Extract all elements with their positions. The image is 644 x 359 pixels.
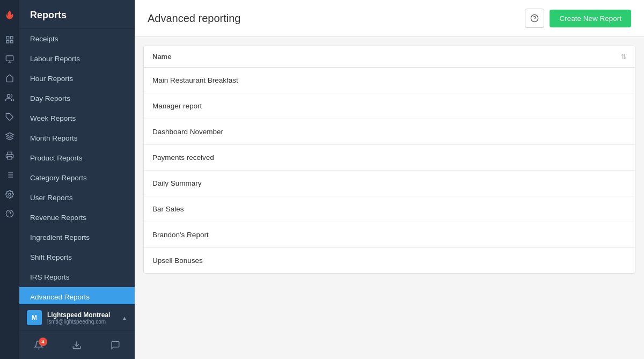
sidebar-nav: Receipts Labour Reports Hour Reports Day… bbox=[19, 29, 135, 304]
help-button[interactable] bbox=[525, 9, 544, 28]
row-name: Upsell Bonuses bbox=[152, 257, 626, 265]
sidebar-item-day-reports[interactable]: Day Reports bbox=[19, 89, 135, 108]
sidebar-item-irs-reports[interactable]: IRS Reports bbox=[19, 267, 135, 287]
svg-rect-3 bbox=[10, 40, 13, 43]
row-name: Main Restaurant Breakfast bbox=[152, 76, 626, 84]
icon-bar-reports[interactable] bbox=[0, 165, 19, 185]
sidebar-item-advanced-reports[interactable]: Advanced Reports bbox=[19, 287, 135, 304]
table-row[interactable]: Brandon's Report bbox=[144, 222, 635, 248]
svg-rect-1 bbox=[10, 36, 13, 39]
table-row[interactable]: Payments received bbox=[144, 145, 635, 171]
chat-icon[interactable] bbox=[105, 335, 126, 355]
sidebar-item-category-reports[interactable]: Category Reports bbox=[19, 168, 135, 188]
footer-user-email: lsmtl@lightspeedhq.com bbox=[47, 319, 116, 325]
column-header-name: Name bbox=[152, 53, 621, 61]
row-name: Manager report bbox=[152, 102, 626, 110]
row-name: Payments received bbox=[152, 153, 626, 162]
svg-rect-0 bbox=[6, 36, 9, 39]
svg-rect-4 bbox=[6, 56, 13, 61]
table-header: Name ⇅ bbox=[144, 46, 635, 68]
row-name: Brandon's Report bbox=[152, 231, 626, 239]
icon-bar-help[interactable] bbox=[0, 204, 19, 223]
sidebar-item-product-reports[interactable]: Product Reports bbox=[19, 148, 135, 168]
table-row[interactable]: Main Restaurant Breakfast bbox=[144, 68, 635, 93]
main-content: Name ⇅ Main Restaurant Breakfast Manager… bbox=[135, 37, 644, 359]
page-title: Advanced reporting bbox=[148, 12, 240, 25]
sidebar-title: Reports bbox=[19, 0, 135, 29]
footer-user-name: Lightspeed Montreal bbox=[47, 311, 116, 319]
table-row[interactable]: Manager report bbox=[144, 93, 635, 119]
icon-bar-users[interactable] bbox=[0, 88, 19, 107]
main-content-area: Advanced reporting Create New Report Nam… bbox=[135, 0, 644, 359]
table-row[interactable]: Daily Summary bbox=[144, 171, 635, 196]
main-header: Advanced reporting Create New Report bbox=[135, 0, 644, 37]
sort-icon[interactable]: ⇅ bbox=[621, 53, 626, 61]
footer-user-info: Lightspeed Montreal lsmtl@lightspeedhq.c… bbox=[47, 311, 116, 325]
sidebar-item-ingredient-reports[interactable]: Ingredient Reports bbox=[19, 228, 135, 247]
create-new-report-button[interactable]: Create New Report bbox=[550, 10, 631, 27]
sidebar-item-revenue-reports[interactable]: Revenue Reports bbox=[19, 208, 135, 228]
icon-bar-print[interactable] bbox=[0, 146, 19, 165]
icon-bar-settings[interactable] bbox=[0, 185, 19, 204]
table-row[interactable]: Upsell Bonuses bbox=[144, 248, 635, 273]
sidebar: Reports Receipts Labour Reports Hour Rep… bbox=[19, 0, 135, 359]
reports-table: Name ⇅ Main Restaurant Breakfast Manager… bbox=[143, 46, 635, 274]
sidebar-item-receipts[interactable]: Receipts bbox=[19, 29, 135, 49]
row-name: Bar Sales bbox=[152, 205, 626, 213]
table-row[interactable]: Dashboard November bbox=[144, 119, 635, 145]
table-row[interactable]: Bar Sales bbox=[144, 196, 635, 222]
svg-point-17 bbox=[9, 193, 11, 195]
icon-bar-layers[interactable] bbox=[0, 127, 19, 146]
sidebar-item-week-reports[interactable]: Week Reports bbox=[19, 108, 135, 128]
notification-badge: 4 bbox=[39, 338, 47, 346]
download-icon[interactable] bbox=[66, 335, 87, 355]
sidebar-item-labour-reports[interactable]: Labour Reports bbox=[19, 49, 135, 69]
avatar: M bbox=[27, 310, 42, 325]
row-name: Daily Summary bbox=[152, 179, 626, 187]
svg-marker-9 bbox=[6, 133, 13, 136]
header-actions: Create New Report bbox=[525, 9, 631, 28]
svg-point-7 bbox=[7, 94, 10, 97]
sidebar-footer[interactable]: M Lightspeed Montreal lsmtl@lightspeedhq… bbox=[19, 304, 135, 331]
sidebar-item-shift-reports[interactable]: Shift Reports bbox=[19, 247, 135, 267]
sidebar-item-hour-reports[interactable]: Hour Reports bbox=[19, 69, 135, 89]
icon-bar-grid[interactable] bbox=[0, 30, 19, 49]
sidebar-item-user-reports[interactable]: User Reports bbox=[19, 188, 135, 208]
icon-bar-home[interactable] bbox=[0, 69, 19, 88]
sidebar-item-month-reports[interactable]: Month Reports bbox=[19, 128, 135, 148]
app-logo-icon[interactable] bbox=[0, 4, 19, 26]
row-name: Dashboard November bbox=[152, 128, 626, 136]
svg-rect-10 bbox=[8, 156, 12, 159]
sidebar-bottom-bar: 4 bbox=[19, 331, 135, 359]
svg-rect-2 bbox=[6, 40, 9, 43]
icon-bar-pos[interactable] bbox=[0, 49, 19, 69]
icon-bar bbox=[0, 0, 19, 359]
notification-icon[interactable]: 4 bbox=[28, 335, 49, 355]
footer-chevron-icon: ▲ bbox=[122, 315, 127, 321]
icon-bar-tag[interactable] bbox=[0, 107, 19, 127]
